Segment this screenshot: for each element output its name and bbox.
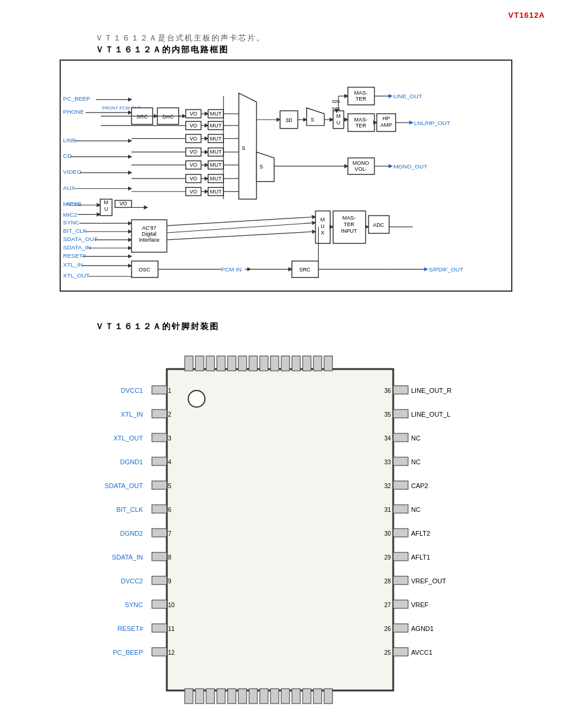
svg-text:SYNC: SYNC bbox=[125, 601, 143, 608]
svg-text:MUT: MUT bbox=[210, 162, 222, 168]
svg-rect-189 bbox=[238, 689, 247, 704]
svg-text:AFLT2: AFLT2 bbox=[411, 530, 430, 537]
svg-text:MIC2: MIC2 bbox=[63, 211, 77, 218]
svg-text:S: S bbox=[311, 117, 315, 123]
svg-text:VO: VO bbox=[189, 111, 197, 117]
svg-text:NC: NC bbox=[411, 435, 421, 442]
svg-point-169 bbox=[188, 390, 205, 407]
svg-text:4: 4 bbox=[168, 459, 172, 465]
svg-text:RESET#: RESET# bbox=[117, 625, 144, 632]
svg-rect-182 bbox=[313, 356, 322, 371]
svg-text:36: 36 bbox=[384, 388, 391, 394]
svg-text:XTL_OUT: XTL_OUT bbox=[63, 272, 89, 279]
svg-text:MUT: MUT bbox=[210, 149, 222, 155]
svg-text:M: M bbox=[104, 199, 108, 205]
svg-text:CD: CD bbox=[63, 152, 71, 159]
svg-text:Interface: Interface bbox=[139, 237, 160, 243]
svg-text:11: 11 bbox=[168, 626, 175, 632]
svg-text:SRC: SRC bbox=[136, 114, 148, 120]
pin-diagram-svg: .pin-sig { font-size: 11px; fill: #1a6bc… bbox=[60, 345, 512, 714]
svg-rect-202 bbox=[152, 481, 167, 489]
svg-text:S/PDIF_OUT: S/PDIF_OUT bbox=[429, 266, 464, 273]
svg-text:12: 12 bbox=[168, 649, 175, 656]
svg-text:XTL_IN: XTL_IN bbox=[63, 261, 83, 268]
svg-rect-199 bbox=[152, 410, 167, 418]
svg-text:M: M bbox=[336, 113, 340, 119]
intro-text: ＶＴ１６１２Ａ是台式机主板的声卡芯片。 bbox=[95, 33, 265, 43]
svg-text:U: U bbox=[104, 206, 108, 212]
svg-text:29: 29 bbox=[384, 554, 391, 561]
svg-text:PHONE: PHONE bbox=[63, 108, 85, 115]
svg-rect-187 bbox=[217, 689, 225, 704]
svg-rect-181 bbox=[303, 356, 311, 371]
svg-rect-193 bbox=[281, 689, 290, 704]
svg-text:ADC: ADC bbox=[373, 222, 384, 228]
svg-text:34: 34 bbox=[384, 435, 391, 442]
svg-rect-180 bbox=[292, 356, 300, 371]
svg-rect-203 bbox=[152, 505, 167, 513]
svg-text:30: 30 bbox=[384, 530, 391, 537]
pin-diagram: .pin-sig { font-size: 11px; fill: #1a6bc… bbox=[60, 345, 512, 714]
svg-rect-212 bbox=[393, 433, 408, 442]
svg-text:SDATA_OUT: SDATA_OUT bbox=[63, 236, 98, 242]
svg-rect-178 bbox=[270, 356, 279, 371]
svg-text:AC'97: AC'97 bbox=[142, 225, 156, 231]
svg-text:SDATA_IN: SDATA_IN bbox=[63, 244, 91, 251]
svg-text:32: 32 bbox=[384, 483, 391, 489]
svg-text:LINE_OUT: LINE_OUT bbox=[393, 93, 422, 99]
svg-text:8: 8 bbox=[168, 554, 172, 561]
svg-text:SYNC: SYNC bbox=[63, 219, 79, 226]
pin-diagram-title: ＶＴ１６１２Ａ的针脚封装图 bbox=[95, 321, 219, 332]
svg-text:TER: TER bbox=[356, 96, 366, 102]
svg-text:35: 35 bbox=[384, 411, 391, 418]
svg-text:DVCC1: DVCC1 bbox=[121, 387, 143, 394]
svg-text:1: 1 bbox=[168, 388, 172, 394]
svg-text:MAS-: MAS- bbox=[343, 215, 356, 221]
svg-rect-194 bbox=[292, 689, 300, 704]
svg-text:AMP: AMP bbox=[381, 122, 392, 128]
svg-text:27: 27 bbox=[384, 602, 391, 608]
svg-rect-197 bbox=[324, 689, 332, 704]
svg-text:PC_BEEP: PC_BEEP bbox=[63, 95, 91, 102]
svg-text:VO: VO bbox=[189, 176, 197, 182]
svg-text:NC: NC bbox=[411, 506, 421, 513]
svg-rect-185 bbox=[195, 689, 204, 704]
svg-text:VO: VO bbox=[189, 149, 197, 155]
svg-line-147 bbox=[167, 232, 315, 240]
svg-text:MAS-: MAS- bbox=[354, 90, 368, 96]
svg-text:VO: VO bbox=[189, 189, 197, 195]
svg-text:INPUT: INPUT bbox=[341, 228, 357, 234]
svg-rect-208 bbox=[152, 624, 167, 632]
block-diagram-title: ＶＴ１６１２Ａ的内部电路框图 bbox=[95, 45, 229, 55]
svg-rect-213 bbox=[393, 457, 408, 465]
svg-text:M: M bbox=[321, 217, 325, 223]
svg-rect-219 bbox=[393, 600, 408, 608]
svg-rect-207 bbox=[152, 600, 167, 608]
svg-rect-174 bbox=[228, 356, 236, 371]
svg-text:XTL_IN: XTL_IN bbox=[121, 411, 143, 418]
svg-text:DAC: DAC bbox=[163, 114, 174, 120]
svg-rect-179 bbox=[281, 356, 290, 371]
block-diagram-svg: .sig { font-size: 10px; fill: #1a6bcc; f… bbox=[61, 61, 511, 290]
svg-rect-190 bbox=[249, 689, 257, 704]
svg-text:LNL/HP_OUT: LNL/HP_OUT bbox=[414, 120, 450, 126]
svg-rect-211 bbox=[393, 410, 408, 418]
svg-text:VO: VO bbox=[189, 123, 197, 129]
svg-rect-177 bbox=[260, 356, 268, 371]
svg-text:+20dB: +20dB bbox=[66, 201, 82, 207]
svg-text:MONO_OUT: MONO_OUT bbox=[393, 163, 427, 170]
svg-text:HP: HP bbox=[382, 115, 390, 121]
svg-text:LINE: LINE bbox=[63, 137, 76, 143]
svg-text:Digital: Digital bbox=[142, 231, 157, 237]
svg-text:CAP2: CAP2 bbox=[411, 482, 428, 489]
svg-text:LINE_OUT_L: LINE_OUT_L bbox=[411, 411, 450, 418]
svg-text:AGND1: AGND1 bbox=[411, 625, 434, 632]
svg-rect-196 bbox=[313, 689, 322, 704]
svg-text:TER: TER bbox=[356, 123, 366, 129]
svg-text:5: 5 bbox=[168, 483, 172, 489]
svg-rect-175 bbox=[238, 356, 247, 371]
svg-text:31: 31 bbox=[384, 507, 391, 513]
svg-text:AUX: AUX bbox=[63, 185, 76, 191]
svg-rect-186 bbox=[206, 689, 214, 704]
svg-text:MUT: MUT bbox=[210, 189, 222, 195]
